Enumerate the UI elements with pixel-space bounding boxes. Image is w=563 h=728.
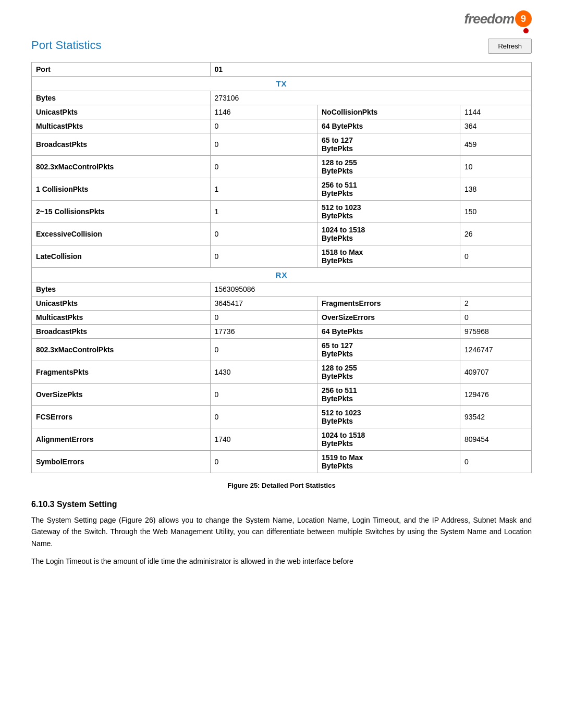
tx-1024-1518-label: 1024 to 1518BytePkts — [317, 223, 460, 245]
rx-unicast-label: UnicastPkts — [32, 297, 211, 311]
tx-nocollision-value: 1144 — [460, 105, 532, 119]
rx-512-1023-label: 512 to 1023BytePkts — [317, 406, 460, 428]
figure-caption: Figure 25: Detailed Port Statistics — [31, 482, 532, 489]
refresh-button[interactable]: Refresh — [488, 39, 532, 54]
rx-fcserrors-label: FCSErrors — [32, 406, 211, 428]
rx-unicast-value: 3645417 — [210, 297, 317, 311]
tx-256-511-value: 138 — [460, 178, 532, 201]
rx-oversizeerrors-label: OverSizeErrors — [317, 311, 460, 325]
rx-symbol-label: SymbolErrors — [32, 451, 211, 473]
tx-1coll-value: 1 — [210, 178, 317, 201]
rx-section-header: RX — [32, 268, 532, 282]
table-row: Bytes 1563095086 — [32, 282, 532, 297]
page-header: Port Statistics Refresh — [31, 39, 532, 54]
tx-multicast-label: MulticastPkts — [32, 119, 211, 133]
table-row: OverSizePkts 0 256 to 511BytePkts 129476 — [32, 384, 532, 406]
rx-fragerrors-value: 2 — [460, 297, 532, 311]
rx-symbol-value: 0 — [210, 451, 317, 473]
table-row: LateCollision 0 1518 to MaxBytePkts 0 — [32, 245, 532, 268]
tx-bytes-label: Bytes — [32, 91, 211, 105]
rx-broadcast-label: BroadcastPkts — [32, 325, 211, 339]
rx-64byte-label: 64 BytePkts — [317, 325, 460, 339]
table-row: FCSErrors 0 512 to 1023BytePkts 93542 — [32, 406, 532, 428]
rx-header-row: RX — [32, 268, 532, 282]
tx-1518-max-label: 1518 to MaxBytePkts — [317, 245, 460, 268]
rx-128-255-value: 409707 — [460, 361, 532, 384]
tx-unicast-value: 1146 — [210, 105, 317, 119]
tx-65-127-value: 459 — [460, 133, 532, 156]
rx-fragpkts-label: FragmentsPkts — [32, 361, 211, 384]
tx-2-15coll-value: 1 — [210, 201, 317, 223]
tx-unicast-label: UnicastPkts — [32, 105, 211, 119]
tx-latecoll-label: LateCollision — [32, 245, 211, 268]
body-paragraph-1: The System Setting page (Figure 26) allo… — [31, 514, 532, 549]
tx-512-1023-value: 150 — [460, 201, 532, 223]
rx-oversizepkts-label: OverSizePkts — [32, 384, 211, 406]
table-row: UnicastPkts 1146 NoCollisionPkts 1144 — [32, 105, 532, 119]
tx-64byte-label: 64 BytePkts — [317, 119, 460, 133]
table-row: FragmentsPkts 1430 128 to 255BytePkts 40… — [32, 361, 532, 384]
rx-fragerrors-label: FragmentsErrors — [317, 297, 460, 311]
rx-mac-value: 0 — [210, 339, 317, 361]
rx-1024-1518-value: 809454 — [460, 428, 532, 451]
rx-65-127-value: 1246747 — [460, 339, 532, 361]
rx-256-511-label: 256 to 511BytePkts — [317, 384, 460, 406]
tx-512-1023-label: 512 to 1023BytePkts — [317, 201, 460, 223]
port-row: Port 01 — [32, 63, 532, 77]
rx-alignment-value: 1740 — [210, 428, 317, 451]
rx-256-511-value: 129476 — [460, 384, 532, 406]
tx-128-255-label: 128 to 255BytePkts — [317, 156, 460, 178]
rx-alignment-label: AlignmentErrors — [32, 428, 211, 451]
rx-1519-max-value: 0 — [460, 451, 532, 473]
rx-bytes-label: Bytes — [32, 282, 211, 297]
rx-128-255-label: 128 to 255BytePkts — [317, 361, 460, 384]
table-row: 802.3xMacControlPkts 0 128 to 255BytePkt… — [32, 156, 532, 178]
table-row: ExcessiveCollision 0 1024 to 1518BytePkt… — [32, 223, 532, 245]
logo-area: freedom 9 — [31, 10, 532, 33]
table-row: SymbolErrors 0 1519 to MaxBytePkts 0 — [32, 451, 532, 473]
table-row: 2~15 CollisionsPkts 1 512 to 1023BytePkt… — [32, 201, 532, 223]
tx-64byte-value: 364 — [460, 119, 532, 133]
rx-fragpkts-value: 1430 — [210, 361, 317, 384]
logo-dot: 9 — [515, 10, 532, 27]
tx-section-header: TX — [32, 77, 532, 91]
tx-broadcast-value: 0 — [210, 133, 317, 156]
tx-latecoll-value: 0 — [210, 245, 317, 268]
rx-bytes-value: 1563095086 — [210, 282, 532, 297]
tx-1coll-label: 1 CollisionPkts — [32, 178, 211, 201]
logo-small-dot — [523, 28, 529, 33]
tx-65-127-label: 65 to 127BytePkts — [317, 133, 460, 156]
tx-bytes-value: 273106 — [210, 91, 532, 105]
rx-64byte-value: 975968 — [460, 325, 532, 339]
logo: freedom 9 — [464, 10, 532, 27]
tx-256-511-label: 256 to 511BytePkts — [317, 178, 460, 201]
stats-table: Port 01 TX Bytes 273106 UnicastPkts 1146… — [31, 62, 532, 473]
tx-excesscoll-value: 0 — [210, 223, 317, 245]
tx-mac-label: 802.3xMacControlPkts — [32, 156, 211, 178]
tx-1024-1518-value: 26 — [460, 223, 532, 245]
table-row: MulticastPkts 0 OverSizeErrors 0 — [32, 311, 532, 325]
table-row: 802.3xMacControlPkts 0 65 to 127BytePkts… — [32, 339, 532, 361]
rx-1519-max-label: 1519 to MaxBytePkts — [317, 451, 460, 473]
rx-mac-label: 802.3xMacControlPkts — [32, 339, 211, 361]
table-row: UnicastPkts 3645417 FragmentsErrors 2 — [32, 297, 532, 311]
rx-1024-1518-label: 1024 to 1518BytePkts — [317, 428, 460, 451]
rx-broadcast-value: 17736 — [210, 325, 317, 339]
tx-128-255-value: 10 — [460, 156, 532, 178]
rx-multicast-label: MulticastPkts — [32, 311, 211, 325]
tx-mac-value: 0 — [210, 156, 317, 178]
rx-512-1023-value: 93542 — [460, 406, 532, 428]
tx-multicast-value: 0 — [210, 119, 317, 133]
tx-2-15coll-label: 2~15 CollisionsPkts — [32, 201, 211, 223]
tx-excesscoll-label: ExcessiveCollision — [32, 223, 211, 245]
page-title: Port Statistics — [31, 39, 101, 52]
rx-fcserrors-value: 0 — [210, 406, 317, 428]
table-row: 1 CollisionPkts 1 256 to 511BytePkts 138 — [32, 178, 532, 201]
table-row: AlignmentErrors 1740 1024 to 1518BytePkt… — [32, 428, 532, 451]
tx-1518-max-value: 0 — [460, 245, 532, 268]
rx-oversizepkts-value: 0 — [210, 384, 317, 406]
rx-oversizeerrors-value: 0 — [460, 311, 532, 325]
port-label: Port — [32, 63, 211, 77]
tx-broadcast-label: BroadcastPkts — [32, 133, 211, 156]
table-row: BroadcastPkts 17736 64 BytePkts 975968 — [32, 325, 532, 339]
